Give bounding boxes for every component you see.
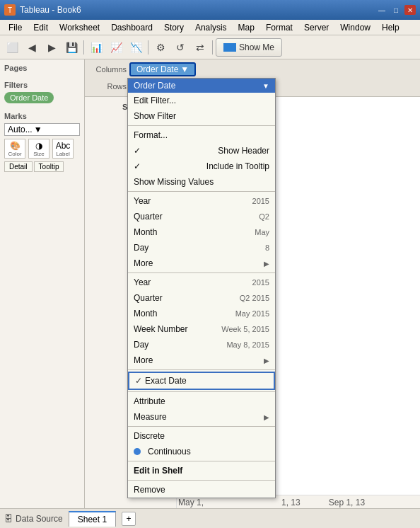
dropdown-month2-val: May 2015	[235, 309, 269, 318]
column-pill-order-date[interactable]: Order Date ▼	[129, 62, 196, 76]
dropdown-show-header-label: Show Header	[218, 146, 269, 156]
marks-section: Marks Auto... ▼ 🎨 Color ◑ Size Abc	[4, 112, 80, 172]
show-me-label: Show Me	[239, 42, 274, 52]
toolbar-back[interactable]: ◀	[23, 38, 41, 57]
title-bar: T Tableau - Book6 — □ ✕	[0, 0, 420, 20]
dropdown-day2-val: May 8, 2015	[226, 340, 269, 349]
dropdown-more1-label: More	[134, 258, 153, 268]
sheet1-tab[interactable]: Sheet 1	[69, 511, 116, 527]
color-button[interactable]: 🎨 Color	[4, 139, 25, 159]
add-sheet-icon: +	[127, 514, 132, 524]
dropdown-edit-filter[interactable]: Edit Filter...	[128, 93, 275, 108]
toolbar-swap[interactable]: ⇄	[191, 38, 209, 57]
dropdown-weeknum[interactable]: Week Number Week 5, 2015	[128, 321, 275, 337]
dropdown-menu: Order Date ▼ Edit Filter... Show Filter …	[127, 78, 276, 498]
label-button[interactable]: Abc Label	[52, 139, 74, 159]
dropdown-more1[interactable]: More ▶	[128, 256, 275, 271]
toolbar-chart3[interactable]: 📉	[127, 38, 145, 57]
toolbar-save[interactable]: 💾	[62, 38, 81, 57]
label-icon: Abc	[56, 141, 71, 151]
main-layout: Pages Filters Order Date Marks Auto... ▼…	[0, 59, 420, 508]
dropdown-year1[interactable]: Year 2015	[128, 193, 275, 209]
window-controls[interactable]: — □ ✕	[376, 5, 416, 15]
menu-help[interactable]: Help	[376, 21, 405, 34]
dropdown-quarter1[interactable]: Quarter Q2	[128, 209, 275, 224]
dropdown-show-filter-label: Show Filter	[134, 111, 176, 121]
dropdown-discrete[interactable]: Discrete	[128, 428, 275, 444]
sidebar: Pages Filters Order Date Marks Auto... ▼…	[0, 59, 85, 508]
dropdown-header[interactable]: Order Date ▼	[128, 79, 275, 93]
menu-analysis[interactable]: Analysis	[189, 21, 233, 34]
dropdown-exact-date[interactable]: ✓ Exact Date	[128, 372, 275, 390]
menu-server[interactable]: Server	[298, 21, 334, 34]
dropdown-sep6	[128, 426, 275, 427]
color-label: Color	[8, 151, 21, 157]
menu-edit[interactable]: Edit	[28, 21, 54, 34]
dropdown-more2[interactable]: More ▶	[128, 352, 275, 368]
menu-window[interactable]: Window	[334, 21, 376, 34]
filters-section: Filters Order Date	[4, 81, 80, 103]
dropdown-month2[interactable]: Month May 2015	[128, 306, 275, 321]
toolbar-chart1[interactable]: 📊	[87, 38, 105, 57]
dropdown-measure-label: Measure	[134, 412, 167, 422]
dropdown-quarter1-label: Quarter	[134, 212, 163, 222]
dropdown-more2-label: More	[134, 355, 153, 365]
dropdown-edit-shelf[interactable]: Edit in Shelf	[128, 463, 275, 478]
pages-label: Pages	[4, 64, 80, 72]
toolbar-forward[interactable]: ▶	[42, 38, 61, 57]
toolbar-refresh[interactable]: ↺	[171, 38, 189, 57]
dropdown-attribute[interactable]: Attribute	[128, 394, 275, 409]
dropdown-year1-val: 2015	[252, 197, 269, 205]
toolbar-filter[interactable]: ⚙	[151, 38, 170, 57]
filter-order-date[interactable]: Order Date	[4, 92, 54, 103]
mark-icons-row: 🎨 Color ◑ Size Abc Label	[4, 139, 80, 159]
menu-file[interactable]: File	[3, 21, 28, 34]
continuous-dot	[134, 448, 141, 455]
marks-type-dropdown[interactable]: Auto... ▼	[4, 123, 80, 136]
column-pill-arrow: ▼	[180, 64, 189, 74]
menu-map[interactable]: Map	[233, 21, 260, 34]
minimize-button[interactable]: —	[376, 5, 387, 15]
dropdown-day2[interactable]: Day May 8, 2015	[128, 337, 275, 352]
menu-format[interactable]: Format	[260, 21, 298, 34]
window-title: Tableau - Book6	[20, 5, 81, 15]
dropdown-header-label: Order Date	[134, 81, 175, 91]
tooltip-button[interactable]: Tooltip	[34, 161, 64, 172]
add-sheet-button[interactable]: +	[122, 512, 136, 526]
dropdown-show-missing[interactable]: Show Missing Values	[128, 174, 275, 190]
rows-label: Rows	[88, 82, 127, 91]
dropdown-weeknum-val: Week 5, 2015	[221, 325, 269, 333]
size-button[interactable]: ◑ Size	[28, 139, 49, 159]
dropdown-sep3	[128, 272, 275, 273]
menu-worksheet[interactable]: Worksheet	[54, 21, 105, 34]
toolbar-new[interactable]: ⬜	[3, 38, 21, 57]
data-source-button[interactable]: 🗄 Data Source	[4, 514, 63, 524]
menu-dashboard[interactable]: Dashboard	[105, 21, 158, 34]
show-me-button[interactable]: Show Me	[216, 38, 282, 57]
dropdown-month1-label: Month	[134, 227, 157, 237]
menu-story[interactable]: Story	[158, 21, 189, 34]
toolbar-chart2[interactable]: 📈	[107, 38, 125, 57]
maximize-button[interactable]: □	[390, 5, 402, 15]
dropdown-include-tooltip[interactable]: ✓ Include in Tooltip	[128, 159, 275, 174]
app-icon: T	[4, 4, 16, 16]
dropdown-quarter2[interactable]: Quarter Q2 2015	[128, 290, 275, 306]
dropdown-continuous[interactable]: Continuous	[128, 444, 275, 459]
dropdown-quarter2-val: Q2 2015	[240, 294, 269, 302]
dropdown-format[interactable]: Format...	[128, 127, 275, 143]
dropdown-month1[interactable]: Month May	[128, 224, 275, 240]
dropdown-measure[interactable]: Measure ▶	[128, 409, 275, 425]
close-button[interactable]: ✕	[404, 5, 416, 15]
dropdown-remove[interactable]: Remove	[128, 482, 275, 498]
dropdown-edit-filter-label: Edit Filter...	[134, 96, 176, 105]
dropdown-show-header[interactable]: ✓ Show Header	[128, 143, 275, 159]
detail-button[interactable]: Detail	[4, 161, 33, 172]
dropdown-day1[interactable]: Day 8	[128, 240, 275, 256]
dropdown-header-arrow: ▼	[262, 82, 269, 90]
dropdown-show-filter[interactable]: Show Filter	[128, 108, 275, 124]
columns-label: Columns	[88, 65, 127, 74]
dropdown-year2[interactable]: Year 2015	[128, 275, 275, 290]
column-pill-label: Order Date	[136, 64, 178, 74]
dropdown-measure-arrow: ▶	[264, 413, 269, 421]
dropdown-sep1	[128, 125, 275, 126]
